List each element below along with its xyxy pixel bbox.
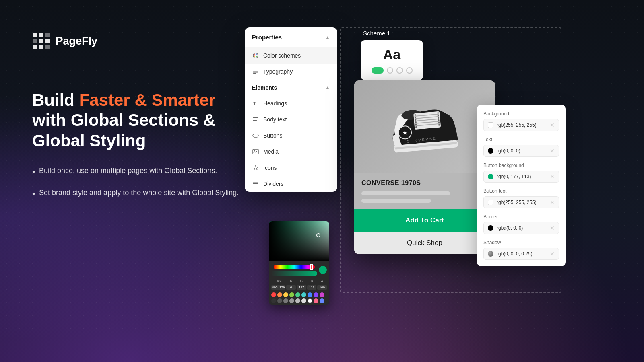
style-panel: Background rgb(255, 255, 255) ✕ Text rgb…	[477, 105, 566, 266]
g-input[interactable]	[297, 285, 306, 290]
sidebar-item-icons[interactable]: Icons	[245, 160, 337, 176]
background-value-text: rgb(255, 255, 255)	[497, 122, 550, 128]
elements-title: Elements	[252, 84, 277, 91]
swatch-blue[interactable]	[308, 292, 312, 297]
alpha-bar[interactable]	[271, 271, 317, 276]
pagefly-logo-icon	[32, 32, 50, 50]
text-value-text: rgb(0, 0, 0)	[497, 148, 550, 154]
color-schemes-label: Color schemes	[263, 52, 301, 59]
product-card: ★ CONVERSE	[354, 80, 495, 254]
app-name: PageFly	[56, 35, 97, 47]
border-clear-button[interactable]: ✕	[550, 225, 555, 231]
r-group: R	[286, 279, 296, 290]
border-value[interactable]: rgba(0, 0, 0) ✕	[483, 222, 559, 234]
sidebar-item-media[interactable]: Media	[245, 144, 337, 160]
shadow-clear-button[interactable]: ✕	[550, 251, 555, 257]
scheme-dot-filled	[372, 67, 384, 74]
text-value[interactable]: rgb(0, 0, 0) ✕	[483, 145, 559, 157]
media-label: Media	[263, 148, 279, 155]
color-values-row: Hex R G B A	[269, 278, 329, 291]
headline-build: Build	[32, 90, 79, 109]
color-gradient-area[interactable]	[269, 221, 329, 261]
quick-shop-button[interactable]: Quick Shop	[354, 232, 495, 254]
style-row-button-text: Button text rgb(255, 255, 255) ✕	[483, 188, 559, 208]
swatch-white[interactable]	[308, 298, 312, 303]
headline-highlight: Faster & Smarter	[79, 90, 215, 109]
bullet-text-2: Set brand style and apply to the whole s…	[39, 187, 239, 198]
body-text-label: Body text	[263, 116, 287, 123]
svg-text:T: T	[253, 101, 256, 107]
swatch-periwinkle[interactable]	[320, 298, 324, 303]
background-value[interactable]: rgb(255, 255, 255) ✕	[483, 119, 559, 131]
button-bg-label: Button background	[483, 162, 559, 168]
button-bg-clear-button[interactable]: ✕	[550, 173, 555, 180]
color-picker[interactable]: Hex R G B A	[269, 221, 329, 305]
text-label: Text	[483, 137, 559, 142]
swatch-gray-dark[interactable]	[277, 298, 282, 303]
svg-rect-6	[33, 45, 37, 49]
swatch-pink[interactable]	[320, 292, 324, 297]
hex-input[interactable]	[271, 285, 285, 290]
shadow-value[interactable]: rgb(0, 0, 0, 0.25) ✕	[483, 248, 559, 260]
svg-point-12	[256, 56, 258, 57]
color-preview-circle	[319, 266, 327, 274]
color-picker-handle[interactable]	[316, 233, 320, 237]
text-clear-button[interactable]: ✕	[550, 148, 555, 154]
swatch-teal[interactable]	[301, 292, 306, 297]
scheme-card: Aa	[361, 40, 423, 80]
hue-handle[interactable]	[310, 264, 313, 270]
border-value-text: rgba(0, 0, 0)	[497, 225, 550, 231]
scheme-dot-1	[387, 67, 393, 74]
sidebar-item-dividers[interactable]: Dividers	[245, 176, 337, 192]
heading-icon: T	[252, 100, 259, 107]
swatch-gray[interactable]	[289, 298, 294, 303]
background-color-swatch	[488, 122, 493, 128]
swatch-lime[interactable]	[289, 292, 294, 297]
button-bg-value-text: rgb(0, 177, 113)	[497, 174, 550, 179]
swatch-red[interactable]	[271, 292, 276, 297]
button-bg-value[interactable]: rgb(0, 177, 113) ✕	[483, 171, 559, 183]
color-hue-bar[interactable]	[274, 265, 315, 269]
swatch-green[interactable]	[295, 292, 300, 297]
swatch-yellow[interactable]	[283, 292, 288, 297]
r-input[interactable]	[286, 285, 296, 290]
sidebar-item-headings[interactable]: T Headings	[245, 95, 337, 111]
hue-alpha-bars	[269, 261, 329, 278]
headline-line2: with Global Sections &	[32, 110, 242, 130]
headline: Build Faster & Smarter with Global Secti…	[32, 90, 242, 151]
g-group: G	[297, 279, 306, 290]
swatch-rose[interactable]	[314, 298, 318, 303]
swatch-gray-light[interactable]	[295, 298, 300, 303]
swatch-gray-mid[interactable]	[283, 298, 288, 303]
style-row-text: Text rgb(0, 0, 0) ✕	[483, 137, 559, 157]
svg-rect-3	[33, 39, 37, 43]
button-text-clear-button[interactable]: ✕	[550, 199, 555, 206]
swatch-dark[interactable]	[271, 298, 276, 303]
color-swatches	[269, 291, 329, 305]
swatch-light[interactable]	[301, 298, 306, 303]
svg-rect-14	[253, 70, 255, 70]
svg-point-9	[253, 53, 258, 58]
color-gradient-bg	[269, 221, 329, 261]
sidebar-item-buttons[interactable]: Buttons	[245, 128, 337, 144]
chevron-up-icon-elements: ▲	[325, 85, 330, 90]
swatch-orange[interactable]	[277, 292, 282, 297]
logo-area: PageFly	[32, 32, 242, 50]
icons-label: Icons	[263, 165, 277, 171]
b-group: B	[307, 279, 317, 290]
sidebar-item-color-schemes[interactable]: Color schemes	[245, 47, 337, 64]
chevron-up-icon: ▲	[325, 35, 330, 40]
svg-rect-22	[253, 134, 258, 137]
b-input[interactable]	[307, 285, 317, 290]
shadow-color-dot	[488, 251, 493, 257]
svg-point-11	[256, 54, 257, 55]
background-clear-button[interactable]: ✕	[550, 122, 555, 128]
properties-panel: Properties ▲ Color schemes	[245, 27, 337, 192]
button-text-value[interactable]: rgb(255, 255, 255) ✕	[483, 196, 559, 208]
sidebar-item-body-text[interactable]: Body text	[245, 111, 337, 128]
a-input[interactable]	[317, 285, 327, 290]
add-to-cart-button[interactable]: Add To Cart	[354, 209, 495, 232]
sidebar-item-typography[interactable]: Typography	[245, 64, 337, 80]
shadow-value-text: rgb(0, 0, 0, 0.25)	[497, 251, 550, 257]
swatch-purple[interactable]	[314, 292, 318, 297]
